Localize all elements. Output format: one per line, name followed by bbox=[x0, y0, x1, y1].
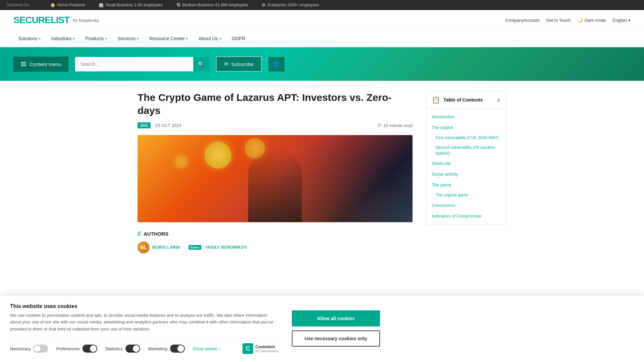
solutions-label: Solutions for: bbox=[7, 3, 30, 7]
medium-biz-icon: 🏗 bbox=[176, 3, 180, 7]
article-hero-image bbox=[138, 135, 413, 222]
toc-box: 📋 Table of Contents ∧ Introduction The e… bbox=[426, 91, 506, 225]
nav-industries[interactable]: Industries ▾ bbox=[47, 30, 79, 47]
toc-header-left: 📋 Table of Contents bbox=[432, 96, 483, 104]
header-right: CompanyAccount Get In Touch 🌙 Dark mode … bbox=[505, 18, 631, 23]
author-boris-avatar: BL bbox=[138, 241, 150, 253]
home-icon: 🏠 bbox=[50, 3, 55, 7]
nav-services[interactable]: Services ▾ bbox=[113, 30, 144, 47]
content-menu-label: Content menu bbox=[30, 61, 61, 67]
moon-icon: 🌙 bbox=[578, 18, 583, 23]
subscribe-button[interactable]: ✉ Subscribe bbox=[216, 56, 262, 72]
main-content: The Crypto Game of Lazarus APT: Investor… bbox=[124, 81, 520, 267]
chevron-down-icon: ▾ bbox=[137, 37, 139, 41]
nav-gdpr[interactable]: GDPR bbox=[227, 30, 250, 47]
envelope-icon: ✉ bbox=[224, 61, 228, 67]
sidebar: 📋 Table of Contents ∧ Introduction The e… bbox=[426, 91, 506, 257]
author-boris: BL BORIS LARIN bbox=[138, 241, 180, 253]
toc-indicators[interactable]: Indicators of Compromise bbox=[426, 211, 506, 222]
toc-chevron-icon[interactable]: ∧ bbox=[497, 97, 501, 103]
company-account-link[interactable]: CompanyAccount bbox=[505, 18, 540, 23]
nav-products[interactable]: Products ▾ bbox=[80, 30, 111, 47]
toc-shellcode[interactable]: Shellcode bbox=[426, 158, 506, 169]
toc-title: Table of Contents bbox=[443, 97, 483, 103]
dark-mode-label: Dark mode bbox=[585, 18, 606, 23]
search-input[interactable] bbox=[75, 57, 193, 71]
top-bar-medium-business[interactable]: 🏗 Medium Business 51-999 employees bbox=[170, 0, 255, 10]
toc-first-vulnerability[interactable]: First vulnerability (CVE-2024-4947) bbox=[426, 133, 506, 143]
user-icon: 👤 bbox=[273, 61, 280, 67]
toc-introduction[interactable]: Introduction bbox=[426, 112, 506, 122]
top-bar-home-products[interactable]: 🏠 Home Products bbox=[44, 0, 92, 10]
toc-original-game[interactable]: The original game bbox=[426, 190, 506, 200]
main-nav: Solutions ▾ Industries ▾ Products ▾ Serv… bbox=[0, 31, 644, 47]
search-icon: 🔍 bbox=[198, 61, 205, 67]
authors-section: AUTHORS BL BORIS LARIN Expert VASILY BER… bbox=[138, 230, 413, 253]
top-bar-enterprise-label: Enterprise 1000+ employees bbox=[268, 3, 319, 7]
header: SECURELIST by Kaspersky CompanyAccount G… bbox=[0, 10, 644, 31]
toc-header[interactable]: 📋 Table of Contents ∧ bbox=[426, 91, 506, 109]
author-vasily-name[interactable]: VASILY BERONIKOV bbox=[205, 245, 247, 250]
language-selector[interactable]: English ▾ bbox=[612, 18, 631, 23]
securelist-logo: SECURELIST bbox=[13, 15, 69, 25]
author-vasily: Expert VASILY BERONIKOV bbox=[189, 245, 247, 250]
author-boris-name[interactable]: BORIS LARIN bbox=[152, 245, 180, 250]
article-meta: SAS 23 OCT 2024 ⏱ 15 minute read bbox=[138, 122, 413, 128]
nav-resource-center[interactable]: Resource Center ▾ bbox=[145, 30, 193, 47]
sas-badge: SAS bbox=[138, 122, 151, 128]
chevron-down-icon: ▾ bbox=[73, 37, 74, 41]
get-in-touch-link[interactable]: Get In Touch bbox=[546, 18, 571, 23]
toc-social-activity[interactable]: Social activity bbox=[426, 169, 506, 180]
chevron-down-icon: ▾ bbox=[628, 18, 631, 23]
top-bar-enterprise[interactable]: 🏛 Enterprise 1000+ employees bbox=[255, 0, 326, 10]
article-title: The Crypto Game of Lazarus APT: Investor… bbox=[138, 91, 413, 117]
read-time-label: 15 minute read bbox=[383, 123, 413, 128]
user-account-button[interactable]: 👤 bbox=[268, 57, 284, 71]
top-bar: Solutions for: 🏠 Home Products 🏢 Small B… bbox=[0, 0, 644, 10]
top-bar-small-business[interactable]: 🏢 Small Business 1-50 employees bbox=[92, 0, 170, 10]
top-bar-home-label: Home Products bbox=[57, 3, 85, 7]
search-button[interactable]: 🔍 bbox=[193, 57, 209, 71]
article-main: The Crypto Game of Lazarus APT: Investor… bbox=[138, 91, 413, 257]
toc-conclusions[interactable]: Conclusions bbox=[426, 200, 506, 211]
language-label: English bbox=[612, 18, 627, 23]
toc-second-vulnerability[interactable]: Second vulnerability (V8 sandbox bypass) bbox=[426, 143, 506, 158]
nav-solutions[interactable]: Solutions ▾ bbox=[13, 30, 45, 47]
authors-label: AUTHORS bbox=[138, 230, 413, 237]
expert-badge: Expert bbox=[189, 245, 201, 250]
chevron-down-icon: ▾ bbox=[105, 37, 107, 41]
toc-the-exploit[interactable]: The exploit bbox=[426, 122, 506, 133]
top-bar-items: 🏠 Home Products 🏢 Small Business 1-50 em… bbox=[44, 0, 326, 10]
dark-mode-toggle[interactable]: 🌙 Dark mode bbox=[578, 18, 606, 23]
top-bar-small-label: Small Business 1-50 employees bbox=[106, 3, 163, 7]
nav-about-us[interactable]: About Us ▾ bbox=[194, 30, 226, 47]
figure-silhouette bbox=[248, 148, 302, 222]
article-date: 23 OCT 2024 bbox=[155, 123, 181, 128]
top-bar-medium-label: Medium Business 51-999 employees bbox=[182, 3, 249, 7]
banner: Content menu 🔍 ✉ Subscribe 👤 bbox=[0, 47, 644, 81]
kaspersky-byline: by Kaspersky bbox=[73, 18, 99, 23]
chevron-down-icon: ▾ bbox=[186, 37, 188, 41]
toc-items: Introduction The exploit First vulnerabi… bbox=[426, 109, 506, 225]
toc-the-game[interactable]: The game bbox=[426, 180, 506, 190]
enterprise-icon: 🏛 bbox=[262, 3, 266, 7]
logo-area[interactable]: SECURELIST by Kaspersky bbox=[13, 15, 99, 25]
read-time: ⏱ 15 minute read bbox=[377, 123, 413, 128]
subscribe-label: Subscribe bbox=[231, 61, 254, 67]
content-menu-button[interactable]: Content menu bbox=[13, 57, 68, 72]
chevron-down-icon: ▾ bbox=[39, 37, 41, 41]
clock-icon: ⏱ bbox=[377, 123, 381, 128]
authors-heading: AUTHORS bbox=[144, 231, 168, 237]
authors-list: BL BORIS LARIN Expert VASILY BERONIKOV bbox=[138, 241, 413, 253]
hamburger-icon bbox=[21, 62, 26, 66]
toc-icon: 📋 bbox=[432, 96, 440, 104]
search-area: 🔍 bbox=[75, 57, 209, 71]
chevron-down-icon: ▾ bbox=[219, 37, 221, 41]
small-biz-icon: 🏢 bbox=[99, 3, 104, 7]
